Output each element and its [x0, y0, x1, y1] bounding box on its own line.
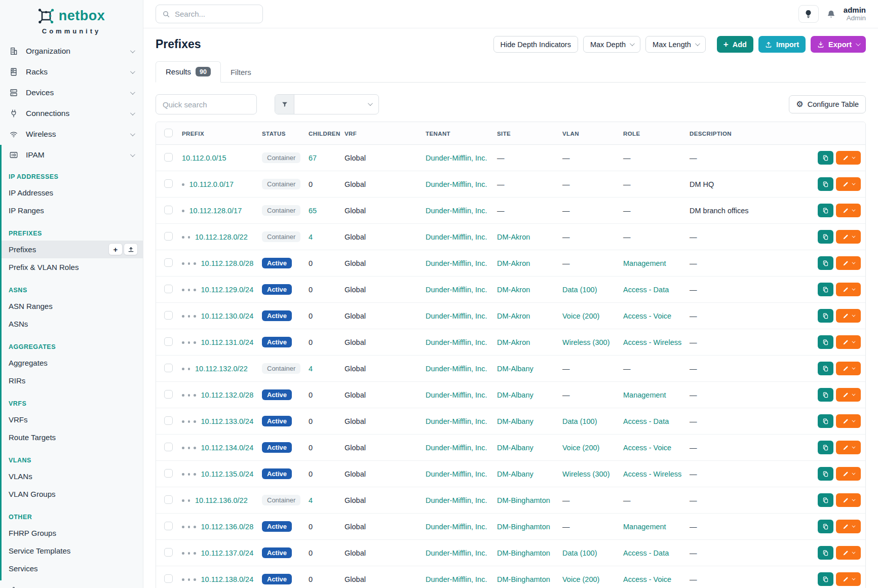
prefix-link[interactable]: 10.112.135.0/24: [201, 470, 254, 478]
sidebar-item-service-templates[interactable]: Service Templates: [0, 542, 143, 560]
prefix-link[interactable]: 10.112.129.0/24: [201, 286, 254, 294]
edit-button[interactable]: [836, 151, 861, 165]
tenant-link[interactable]: Dunder-Mifflin, Inc.: [426, 444, 487, 452]
tab-results[interactable]: Results 90: [156, 61, 221, 83]
column-header-status[interactable]: STATUS: [257, 122, 303, 145]
site-link[interactable]: DM-Albany: [497, 470, 533, 478]
row-checkbox[interactable]: [164, 390, 173, 399]
edit-button[interactable]: [836, 204, 861, 217]
row-checkbox[interactable]: [164, 574, 173, 583]
bell-icon[interactable]: [826, 9, 836, 19]
sidebar-item-vlans[interactable]: VLANs: [0, 467, 143, 485]
tab-filters[interactable]: Filters: [221, 63, 261, 82]
prefix-link[interactable]: 10.112.132.0/22: [195, 365, 248, 373]
tenant-link[interactable]: Dunder-Mifflin, Inc.: [426, 180, 487, 188]
clone-button[interactable]: [818, 388, 833, 402]
edit-button[interactable]: [836, 362, 861, 375]
site-link[interactable]: DM-Binghamton: [497, 523, 550, 531]
tenant-link[interactable]: Dunder-Mifflin, Inc.: [426, 259, 487, 267]
row-checkbox[interactable]: [164, 522, 173, 530]
column-header-tenant[interactable]: TENANT: [421, 122, 492, 145]
search-input[interactable]: [175, 10, 256, 18]
edit-button[interactable]: [836, 388, 861, 402]
children-count-link[interactable]: 65: [309, 207, 317, 215]
edit-button[interactable]: [836, 572, 861, 586]
tenant-link[interactable]: Dunder-Mifflin, Inc.: [426, 312, 487, 320]
sidebar-item-racks[interactable]: Racks: [0, 62, 143, 83]
column-header-role[interactable]: ROLE: [618, 122, 684, 145]
tenant-link[interactable]: Dunder-Mifflin, Inc.: [426, 496, 487, 504]
prefix-link[interactable]: 10.112.134.0/24: [201, 444, 254, 452]
site-link[interactable]: DM-Akron: [497, 286, 530, 294]
max-length-dropdown[interactable]: Max Length: [645, 36, 706, 53]
prefix-link[interactable]: 10.112.132.0/28: [201, 391, 254, 399]
sidebar-item-asn-ranges[interactable]: ASN Ranges: [0, 297, 143, 315]
sidebar-item-devices[interactable]: Devices: [0, 83, 143, 103]
column-header-prefix[interactable]: PREFIX: [177, 122, 257, 145]
site-link[interactable]: DM-Albany: [497, 391, 533, 399]
site-link[interactable]: DM-Albany: [497, 365, 533, 373]
column-header-vlan[interactable]: VLAN: [557, 122, 618, 145]
clone-button[interactable]: [818, 441, 833, 454]
prefix-link[interactable]: 10.112.128.0/28: [201, 259, 254, 267]
select-all-checkbox[interactable]: [164, 129, 173, 137]
role-link[interactable]: Access - Voice: [623, 312, 671, 320]
row-checkbox[interactable]: [164, 311, 173, 320]
edit-button[interactable]: [836, 256, 861, 270]
row-checkbox[interactable]: [164, 364, 173, 372]
edit-button[interactable]: [836, 177, 861, 191]
tenant-link[interactable]: Dunder-Mifflin, Inc.: [426, 470, 487, 478]
sidebar-item-prefixes[interactable]: Prefixes+: [0, 241, 143, 258]
theme-toggle-button[interactable]: [798, 5, 819, 23]
children-count-link[interactable]: 4: [309, 233, 313, 241]
clone-button[interactable]: [818, 230, 833, 244]
vlan-link[interactable]: Voice (200): [562, 444, 599, 452]
quick-import-button[interactable]: [124, 243, 138, 255]
sidebar-item-vrfs[interactable]: VRFs: [0, 411, 143, 428]
clone-button[interactable]: [818, 362, 833, 375]
site-link[interactable]: DM-Akron: [497, 259, 530, 267]
site-link[interactable]: DM-Binghamton: [497, 549, 550, 557]
tenant-link[interactable]: Dunder-Mifflin, Inc.: [426, 233, 487, 241]
clone-button[interactable]: [818, 467, 833, 481]
site-link[interactable]: DM-Akron: [497, 312, 530, 320]
hide-depth-indicators-button[interactable]: Hide Depth Indicators: [493, 36, 578, 53]
prefix-link[interactable]: 10.112.138.0/24: [201, 575, 254, 583]
quick-search-input[interactable]: [156, 94, 257, 114]
row-checkbox[interactable]: [164, 443, 173, 451]
prefix-link[interactable]: 10.112.128.0/17: [189, 207, 242, 215]
prefix-link[interactable]: 10.112.137.0/24: [201, 549, 254, 557]
clone-button[interactable]: [818, 177, 833, 191]
sidebar-item-organization[interactable]: Organization: [0, 41, 143, 62]
clone-button[interactable]: [818, 283, 833, 296]
prefix-link[interactable]: 10.112.0.0/15: [182, 154, 226, 162]
vlan-link[interactable]: Voice (200): [562, 312, 599, 320]
prefix-link[interactable]: 10.112.130.0/24: [201, 312, 254, 320]
children-count-link[interactable]: 67: [309, 154, 317, 162]
clone-button[interactable]: [818, 520, 833, 533]
tenant-link[interactable]: Dunder-Mifflin, Inc.: [426, 338, 487, 346]
row-checkbox[interactable]: [164, 337, 173, 346]
quick-add-button[interactable]: +: [108, 243, 123, 255]
edit-button[interactable]: [836, 441, 861, 454]
tenant-link[interactable]: Dunder-Mifflin, Inc.: [426, 417, 487, 425]
clone-button[interactable]: [818, 204, 833, 217]
vlan-link[interactable]: Wireless (300): [562, 338, 609, 346]
role-link[interactable]: Management: [623, 523, 666, 531]
user-menu[interactable]: admin Admin: [844, 6, 866, 23]
row-checkbox[interactable]: [164, 232, 173, 241]
row-checkbox[interactable]: [164, 469, 173, 478]
site-link[interactable]: DM-Binghamton: [497, 575, 550, 583]
role-link[interactable]: Access - Wireless: [623, 470, 681, 478]
edit-button[interactable]: [836, 546, 861, 560]
vlan-link[interactable]: Voice (200): [562, 575, 599, 583]
edit-button[interactable]: [836, 309, 861, 323]
tenant-link[interactable]: Dunder-Mifflin, Inc.: [426, 391, 487, 399]
sidebar-item-connections[interactable]: Connections: [0, 103, 143, 124]
sidebar-item-aggregates[interactable]: Aggregates: [0, 354, 143, 372]
row-checkbox[interactable]: [164, 153, 173, 162]
prefix-link[interactable]: 10.112.131.0/24: [201, 338, 254, 346]
global-search[interactable]: [156, 5, 263, 23]
sidebar-item-ipam[interactable]: IPAM: [0, 145, 143, 166]
role-link[interactable]: Access - Data: [623, 286, 669, 294]
